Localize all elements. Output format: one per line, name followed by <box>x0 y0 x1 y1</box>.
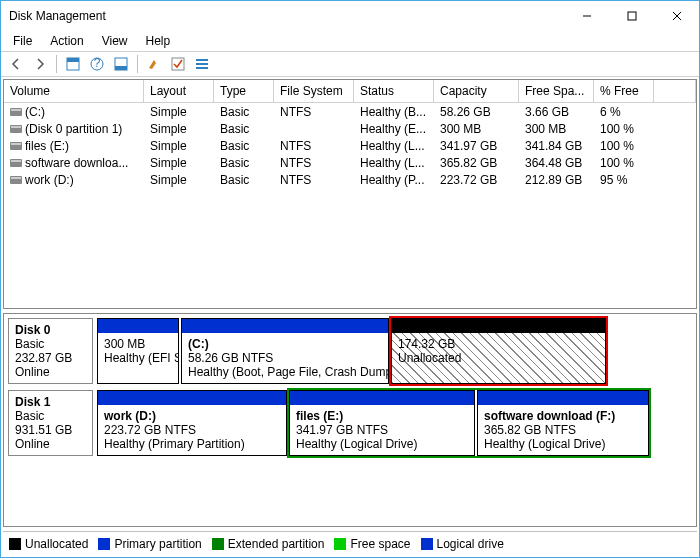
partition-status: Healthy (EFI Syster <box>104 351 172 365</box>
partition-color-bar <box>98 319 178 333</box>
partition-color-bar <box>290 391 474 405</box>
help-icon[interactable]: ? <box>86 53 108 75</box>
cell-freespace: 212.89 GB <box>519 173 594 187</box>
cell-freespace: 3.66 GB <box>519 105 594 119</box>
forward-button[interactable] <box>29 53 51 75</box>
cell-layout: Simple <box>144 156 214 170</box>
cell-layout: Simple <box>144 122 214 136</box>
disk-graph-view[interactable]: Disk 0Basic232.87 GBOnline300 MBHealthy … <box>3 313 697 527</box>
cell-capacity: 300 MB <box>434 122 519 136</box>
disk-label[interactable]: Disk 0Basic232.87 GBOnline <box>8 318 93 384</box>
partition[interactable]: software download (F:)365.82 GB NTFSHeal… <box>477 390 649 456</box>
cell-status: Healthy (P... <box>354 173 434 187</box>
disk-type: Basic <box>15 337 86 351</box>
partition-body: (C:)58.26 GB NTFSHealthy (Boot, Page Fil… <box>182 333 388 383</box>
volume-row[interactable]: files (E:)SimpleBasicNTFSHealthy (L...34… <box>4 137 696 154</box>
cell-layout: Simple <box>144 173 214 187</box>
volume-row[interactable]: (C:)SimpleBasicNTFSHealthy (B...58.26 GB… <box>4 103 696 120</box>
view-top-icon[interactable] <box>62 53 84 75</box>
cell-pctfree: 6 % <box>594 105 654 119</box>
volume-list[interactable]: VolumeLayoutTypeFile SystemStatusCapacit… <box>3 79 697 309</box>
svg-rect-1 <box>628 12 636 20</box>
column-header-freespace[interactable]: Free Spa... <box>519 80 594 102</box>
menu-file[interactable]: File <box>5 32 40 50</box>
volume-row[interactable]: work (D:)SimpleBasicNTFSHealthy (P...223… <box>4 171 696 188</box>
partition[interactable]: files (E:)341.97 GB NTFSHealthy (Logical… <box>289 390 475 456</box>
legend-primary: Primary partition <box>98 537 201 551</box>
svg-rect-12 <box>196 63 208 65</box>
column-header-status[interactable]: Status <box>354 80 434 102</box>
volume-row[interactable]: (Disk 0 partition 1)SimpleBasicHealthy (… <box>4 120 696 137</box>
cell-layout: Simple <box>144 105 214 119</box>
disk-name: Disk 1 <box>15 395 86 409</box>
column-header-fs[interactable]: File System <box>274 80 354 102</box>
column-header-capacity[interactable]: Capacity <box>434 80 519 102</box>
partition[interactable]: 300 MBHealthy (EFI Syster <box>97 318 179 384</box>
close-button[interactable] <box>654 2 699 30</box>
view-bottom-icon[interactable] <box>110 53 132 75</box>
legend-unallocated: Unallocated <box>9 537 88 551</box>
partition-body: software download (F:)365.82 GB NTFSHeal… <box>478 405 648 455</box>
partition[interactable]: 174.32 GBUnallocated <box>391 318 606 384</box>
partition-body: 174.32 GBUnallocated <box>392 333 605 383</box>
column-header-type[interactable]: Type <box>214 80 274 102</box>
logical-swatch <box>421 538 433 550</box>
partition-status: Healthy (Logical Drive) <box>484 437 642 451</box>
cell-status: Healthy (E... <box>354 122 434 136</box>
partition-color-bar <box>392 319 605 333</box>
menu-action[interactable]: Action <box>42 32 91 50</box>
column-header-pctfree[interactable]: % Free <box>594 80 654 102</box>
cell-status: Healthy (L... <box>354 156 434 170</box>
partition-color-bar <box>478 391 648 405</box>
column-header-empty[interactable] <box>654 80 696 102</box>
toolbar-separator <box>137 55 138 73</box>
minimize-button[interactable] <box>564 2 609 30</box>
volume-row[interactable]: software downloa...SimpleBasicNTFSHealth… <box>4 154 696 171</box>
drive-icon <box>10 176 22 184</box>
drive-icon <box>10 159 22 167</box>
list-icon[interactable] <box>191 53 213 75</box>
cell-capacity: 341.97 GB <box>434 139 519 153</box>
cell-pctfree: 100 % <box>594 122 654 136</box>
action-icon[interactable] <box>143 53 165 75</box>
partition[interactable]: (C:)58.26 GB NTFSHealthy (Boot, Page Fil… <box>181 318 389 384</box>
disk-label[interactable]: Disk 1Basic931.51 GBOnline <box>8 390 93 456</box>
partition[interactable]: work (D:)223.72 GB NTFSHealthy (Primary … <box>97 390 287 456</box>
drive-icon <box>10 108 22 116</box>
disk-size: 931.51 GB <box>15 423 86 437</box>
toolbar: ? <box>1 51 699 77</box>
menu-help[interactable]: Help <box>138 32 179 50</box>
cell-pctfree: 95 % <box>594 173 654 187</box>
partition-status: Healthy (Boot, Page File, Crash Dump <box>188 365 382 379</box>
partition-body: 300 MBHealthy (EFI Syster <box>98 333 178 383</box>
check-icon[interactable] <box>167 53 189 75</box>
maximize-button[interactable] <box>609 2 654 30</box>
list-header: VolumeLayoutTypeFile SystemStatusCapacit… <box>4 80 696 103</box>
cell-freespace: 300 MB <box>519 122 594 136</box>
cell-freespace: 364.48 GB <box>519 156 594 170</box>
disk-management-window: Disk Management File Action View Help ? … <box>0 0 700 558</box>
partition-size: 223.72 GB NTFS <box>104 423 280 437</box>
cell-pctfree: 100 % <box>594 156 654 170</box>
partition-size: 365.82 GB NTFS <box>484 423 642 437</box>
partition-body: work (D:)223.72 GB NTFSHealthy (Primary … <box>98 405 286 455</box>
cell-volume: files (E:) <box>4 139 144 153</box>
free-swatch <box>334 538 346 550</box>
menu-view[interactable]: View <box>94 32 136 50</box>
column-header-layout[interactable]: Layout <box>144 80 214 102</box>
partition-title: work (D:) <box>104 409 280 423</box>
back-button[interactable] <box>5 53 27 75</box>
disk-row: Disk 0Basic232.87 GBOnline300 MBHealthy … <box>8 318 692 384</box>
disk-partitions: 300 MBHealthy (EFI Syster(C:)58.26 GB NT… <box>97 318 692 384</box>
cell-volume: software downloa... <box>4 156 144 170</box>
cell-pctfree: 100 % <box>594 139 654 153</box>
legend-free: Free space <box>334 537 410 551</box>
column-header-volume[interactable]: Volume <box>4 80 144 102</box>
cell-layout: Simple <box>144 139 214 153</box>
legend-logical: Logical drive <box>421 537 504 551</box>
svg-text:?: ? <box>94 56 101 70</box>
window-title: Disk Management <box>9 9 564 23</box>
svg-rect-13 <box>196 67 208 69</box>
legend: Unallocated Primary partition Extended p… <box>3 531 697 555</box>
partition-size: 58.26 GB NTFS <box>188 351 382 365</box>
